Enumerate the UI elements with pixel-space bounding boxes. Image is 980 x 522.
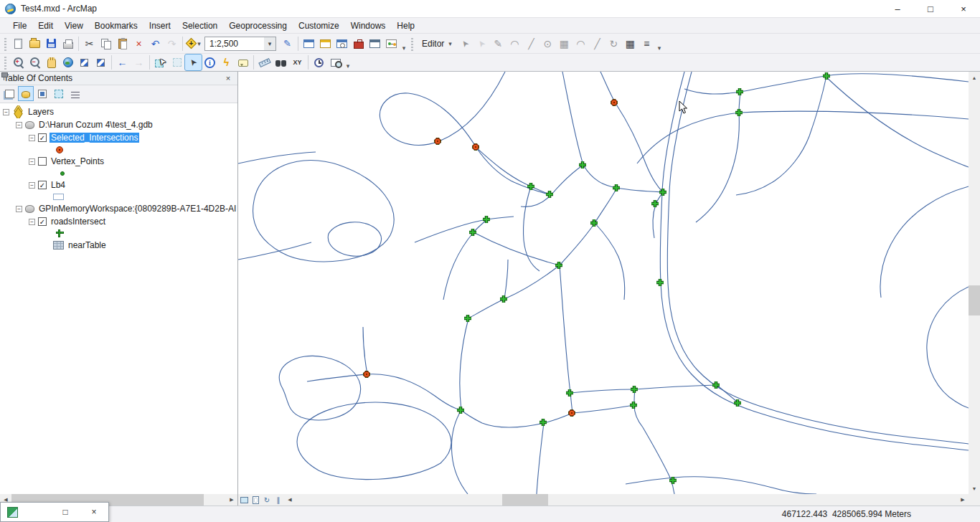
trace-tool-button[interactable]: ╱ xyxy=(523,36,540,52)
arctoolbox-button[interactable] xyxy=(350,36,367,52)
collapse-icon[interactable]: − xyxy=(29,219,35,225)
cut-polygons-button[interactable]: ╱ xyxy=(589,36,606,52)
menu-view[interactable]: View xyxy=(59,18,89,34)
zoom-out-button[interactable]: − xyxy=(27,54,43,70)
pause-drawing-button[interactable]: ∥ xyxy=(273,494,284,506)
fixed-zoom-out-button[interactable] xyxy=(93,54,109,70)
scrollbar-thumb[interactable] xyxy=(969,285,980,315)
back-extent-button[interactable]: ← xyxy=(114,54,131,70)
scale-dropdown-icon[interactable]: ▾ xyxy=(264,37,275,50)
tree-node-vertex-points[interactable]: − Vertex_Points xyxy=(0,155,237,168)
lb4-symbol-row[interactable] xyxy=(0,191,237,202)
collapse-icon[interactable]: − xyxy=(29,182,35,189)
menu-insert[interactable]: Insert xyxy=(143,18,176,34)
tree-node-roadsintersect[interactable]: − ✓ roadsIntersect xyxy=(0,215,237,228)
minimize-button[interactable]: – xyxy=(881,0,914,17)
collapse-icon[interactable]: − xyxy=(3,109,9,115)
collapse-icon[interactable]: − xyxy=(16,122,22,128)
reshape-feature-button[interactable]: ◠ xyxy=(573,36,589,52)
toc-close-button[interactable]: × xyxy=(222,72,234,84)
layers-label[interactable]: Layers xyxy=(27,107,55,117)
menu-customize[interactable]: Customize xyxy=(293,18,345,34)
menu-file[interactable]: File xyxy=(7,18,32,34)
find-button[interactable] xyxy=(273,54,289,70)
paste-button[interactable] xyxy=(114,36,131,52)
collapse-icon[interactable]: − xyxy=(29,158,35,165)
green-dot-symbol[interactable] xyxy=(60,171,65,176)
select-features-button[interactable]: ➤ xyxy=(152,54,169,70)
add-data-dropdown-icon[interactable]: ▾ xyxy=(197,40,201,47)
roadsintersect-label[interactable]: roadsIntersect xyxy=(50,217,107,227)
lb4-label[interactable]: Lb4 xyxy=(50,180,67,190)
edit-toolbar-toggle-button[interactable]: ✎ xyxy=(279,36,296,52)
edit-tool-button[interactable]: ➤ xyxy=(457,36,473,52)
search-window-button[interactable] xyxy=(334,36,350,52)
copy-button[interactable] xyxy=(98,36,114,52)
toolbar-grip[interactable] xyxy=(4,37,8,51)
scrollbar-thumb[interactable] xyxy=(502,494,548,506)
map-viewport[interactable] xyxy=(238,72,969,494)
time-slider-button[interactable] xyxy=(311,54,327,70)
print-button[interactable] xyxy=(60,36,76,52)
map-canvas[interactable] xyxy=(238,72,969,494)
endpoint-arc-tool-button[interactable]: ◠ xyxy=(507,36,523,52)
new-map-button[interactable] xyxy=(10,36,27,52)
red-point-symbol[interactable] xyxy=(56,146,63,153)
undo-button[interactable]: ↶ xyxy=(147,36,164,52)
rotate-tool-button[interactable]: ↻ xyxy=(606,36,622,52)
menu-geoprocessing[interactable]: Geoprocessing xyxy=(223,18,293,34)
point-tool-button[interactable]: ⊙ xyxy=(540,36,556,52)
hyperlink-button[interactable]: ϟ xyxy=(218,54,235,70)
list-by-source-button[interactable] xyxy=(19,87,33,100)
standard-toolbar-options-icon[interactable]: ▾ xyxy=(400,44,408,53)
add-data-button[interactable]: + ▾ xyxy=(185,36,202,52)
scroll-left-icon[interactable]: ◀ xyxy=(284,494,296,506)
full-extent-button[interactable] xyxy=(60,54,76,70)
list-by-visibility-button[interactable] xyxy=(35,87,50,100)
layer-checkbox-checked[interactable]: ✓ xyxy=(38,217,47,226)
editor-toolbar-options-icon[interactable]: ▾ xyxy=(655,44,664,53)
layer-checkbox-checked[interactable]: ✓ xyxy=(38,181,47,189)
vertex-points-symbol-row[interactable] xyxy=(0,168,237,179)
scrollbar-track[interactable] xyxy=(969,83,980,483)
vertex-points-label[interactable]: Vertex_Points xyxy=(50,156,105,166)
modelbuilder-button[interactable] xyxy=(383,36,400,52)
scroll-down-icon[interactable]: ▼ xyxy=(969,483,980,494)
tree-node-selected-intersections[interactable]: − ✓ Selected_Intersections xyxy=(0,131,237,144)
green-cross-symbol[interactable] xyxy=(56,229,64,237)
attributes-window-button[interactable]: ▦ xyxy=(622,36,639,52)
table-of-contents-window-button[interactable] xyxy=(301,36,317,52)
menu-selection[interactable]: Selection xyxy=(176,18,223,34)
select-elements-button[interactable]: ➤ xyxy=(185,54,202,70)
tools-toolbar-grip[interactable] xyxy=(4,55,8,70)
menu-bookmarks[interactable]: Bookmarks xyxy=(89,18,143,34)
straight-segment-tool-button[interactable]: ✎ xyxy=(490,36,507,52)
delete-button[interactable]: × xyxy=(131,36,147,52)
data-view-button[interactable] xyxy=(238,494,250,506)
python-window-button[interactable] xyxy=(367,36,383,52)
scroll-up-icon[interactable]: ▲ xyxy=(969,72,980,83)
tree-node-gdb[interactable]: − D:\Harun Cozum 4\test_4.gdb xyxy=(0,118,237,131)
viewer-window-button[interactable] xyxy=(327,54,344,70)
catalog-window-button[interactable] xyxy=(317,36,334,52)
roadsintersect-symbol-row[interactable] xyxy=(0,228,237,239)
selected-intersections-symbol-row[interactable] xyxy=(0,144,237,155)
rectangle-symbol[interactable] xyxy=(53,194,64,200)
save-button[interactable] xyxy=(43,36,60,52)
maximize-button[interactable]: □ xyxy=(914,0,947,17)
tree-node-neartable[interactable]: nearTable xyxy=(0,239,237,252)
cut-button[interactable]: ✂ xyxy=(81,36,98,52)
fixed-zoom-in-button[interactable] xyxy=(76,54,93,70)
tree-node-gp-workspace[interactable]: − GPInMemoryWorkspace:{0809289B-A7E1-4D2… xyxy=(0,202,237,215)
html-popup-button[interactable] xyxy=(235,54,251,70)
go-to-xy-button[interactable]: XY xyxy=(289,54,306,70)
background-window-fragment[interactable]: □ × xyxy=(0,502,109,522)
list-by-drawing-order-button[interactable] xyxy=(2,87,17,100)
refresh-view-button[interactable]: ↻ xyxy=(261,494,273,506)
scroll-right-icon[interactable]: ▶ xyxy=(226,494,237,506)
mini-restore-button[interactable]: □ xyxy=(51,502,80,522)
close-button[interactable]: × xyxy=(947,0,980,17)
list-by-selection-button[interactable] xyxy=(52,87,66,100)
menu-edit[interactable]: Edit xyxy=(32,18,59,34)
mini-close-button[interactable]: × xyxy=(80,502,108,522)
